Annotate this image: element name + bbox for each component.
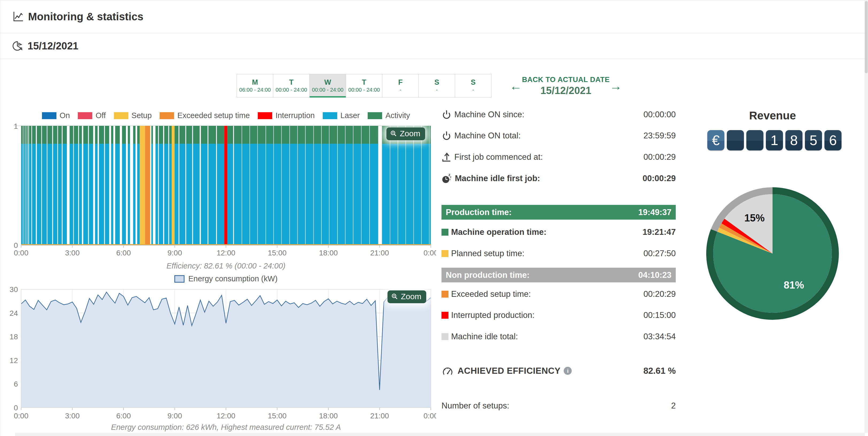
weekday-range: - [400,86,401,93]
legend-item-off: Off [78,111,105,120]
previous-day-arrow-icon[interactable]: ← [510,80,522,92]
non-production-time-bar: Non production time: 04:10:23 [441,268,676,282]
idle-clock-icon: z z z [441,173,452,184]
stat-label: Machine operation time: [451,227,547,237]
stat-label: Machine ON since: [454,110,524,120]
stat-label: Number of setups: [441,401,509,411]
weekday-letter: S [471,78,475,86]
legend-swatch [42,112,56,119]
weekday-range: 00:00 - 24:00 [312,86,344,93]
legend-label: Activity [385,111,410,120]
legend-label: Interruption [275,111,315,120]
svg-text:0: 0 [13,404,18,412]
svg-text:z: z [450,178,451,180]
weekday-cell-3-T[interactable]: T00:00 - 24:00 [346,74,382,98]
efficiency-label: ACHIEVED EFFICIENCY [458,366,560,376]
back-to-actual-date-button[interactable]: BACK TO ACTUAL DATE 15/12/2021 [522,76,610,96]
weekday-letter: T [362,78,366,86]
page-title: Monitoring & statistics [28,11,143,23]
revenue-display: €1856 [707,130,841,150]
digit-tile-5: 5 [805,130,822,150]
stat-label: Machine idle total: [451,332,518,341]
horizontal-scrollbar[interactable] [15,433,865,436]
next-day-arrow-icon[interactable]: → [610,80,622,92]
svg-text:18:00: 18:00 [319,412,338,420]
legend-label: Exceeded setup time [177,111,250,120]
svg-text:0:00: 0:00 [424,412,436,420]
energy-zoom-button[interactable]: Zoom [388,291,426,303]
legend-swatch [78,112,92,119]
legend-swatch [323,112,337,119]
stat-planned-setup-time: Planned setup time: 00:27:50 [441,247,676,260]
legend-item-activity: Activity [368,111,410,120]
svg-text:12: 12 [10,357,18,365]
dashboard-card: Monitoring & statistics 15/12/2021 M06:0… [0,0,865,436]
weekday-cell-1-T[interactable]: T00:00 - 24:00 [273,74,310,98]
stat-value: 2 [671,401,676,411]
selected-date: 15/12/2021 [28,40,79,52]
stat-value: 00:27:50 [643,249,676,258]
digit-tile-6: 6 [825,130,841,150]
digit-tile-1: 1 [766,130,783,150]
weekday-letter: S [434,78,439,86]
svg-text:12:00: 12:00 [217,249,235,257]
svg-text:18: 18 [10,333,18,341]
revenue-title: Revenue [703,109,842,122]
svg-text:0: 0 [13,241,18,249]
currency-tile: € [707,130,724,150]
week-selector: M06:00 - 24:00T00:00 - 24:00W00:00 - 24:… [237,74,492,98]
vertical-scrollbar-thumb[interactable] [865,1,868,73]
svg-text:81%: 81% [784,279,804,291]
stat-value: 00:00:29 [643,152,676,162]
activity-swatch [441,229,448,236]
info-icon[interactable]: i [564,367,572,375]
energy-consumption-chart: 0:003:006:009:0012:0015:0018:0021:000:00… [8,283,436,423]
empty-digit-tile [727,130,744,150]
legend-label: On [60,111,70,120]
timeline-zoom-button[interactable]: Zoom [386,128,425,140]
weekday-range: 00:00 - 24:00 [348,86,380,93]
weekday-cell-6-S[interactable]: S- [455,74,492,98]
production-time-value: 19:49:37 [638,208,672,217]
first-job-arrow-icon [441,152,452,162]
power-icon [441,109,452,120]
energy-caption: Energy consumption: 626 kWh, Highest mea… [21,423,431,432]
svg-text:9:00: 9:00 [167,249,182,257]
legend-item-setup: Setup [114,111,152,120]
legend-item-interruption: Interruption [258,111,315,120]
weekday-cell-4-F[interactable]: F- [382,74,419,98]
stat-label: Machine ON total: [454,131,521,140]
legend-label: Off [95,111,105,120]
timeline-zoom-label: Zoom [400,129,421,138]
svg-text:6:00: 6:00 [116,249,131,257]
svg-text:15%: 15% [744,212,765,224]
svg-text:30: 30 [10,285,18,294]
weekday-range: 06:00 - 24:00 [239,86,271,93]
weekday-range: - [472,86,474,93]
svg-text:0:00: 0:00 [14,412,29,420]
svg-text:21:00: 21:00 [370,412,389,420]
legend-label: Setup [131,111,152,120]
legend-swatch [160,112,174,119]
line-chart-icon [12,10,24,23]
vertical-scrollbar[interactable] [865,0,868,433]
weekday-cell-5-S[interactable]: S- [418,74,455,98]
non-production-time-label: Non production time: [446,270,529,280]
magnifier-icon [391,293,398,300]
energy-legend: Energy consumption (kW) [21,274,431,283]
stat-value: 23:59:59 [643,131,676,140]
weekday-cell-2-W[interactable]: W00:00 - 24:00 [309,74,346,98]
page-header: Monitoring & statistics [0,0,865,33]
stat-label: Machine idle first job: [455,174,540,183]
efficiency-caption: Efficiency: 82.61 % (00:00 - 24:00) [21,262,431,270]
weekday-cell-0-M[interactable]: M06:00 - 24:00 [237,74,273,98]
pie-chart-icon [12,40,24,52]
stat-value: 00:00:29 [643,174,676,183]
legend-item-laser: Laser [323,111,360,120]
svg-text:0:00: 0:00 [14,249,29,257]
energy-legend-label: Energy consumption (kW) [188,274,278,283]
stat-label: Planned setup time: [451,249,524,258]
svg-text:15:00: 15:00 [268,412,286,420]
energy-legend-swatch [174,275,185,283]
timeline-legend: OnOffSetupExceeded setup timeInterruptio… [21,111,431,120]
